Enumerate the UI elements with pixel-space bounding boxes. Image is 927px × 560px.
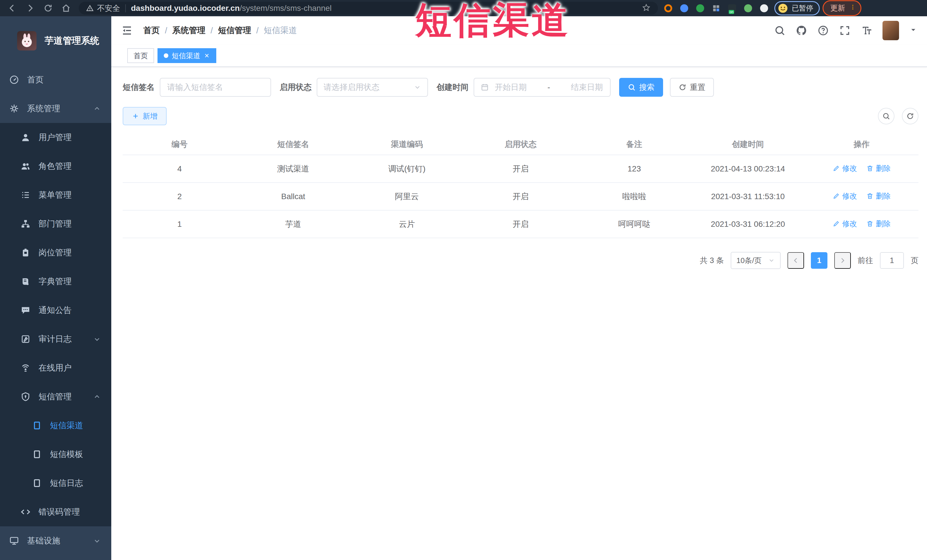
update-button[interactable]: 更新 — [822, 0, 862, 16]
post-badge-icon — [21, 247, 30, 258]
security-status[interactable]: 不安全 — [86, 3, 120, 14]
sidebar-item-5[interactable]: 部门管理 — [0, 209, 111, 238]
bookmark-star-icon[interactable] — [642, 3, 650, 13]
toggle-search-button[interactable] — [878, 108, 895, 124]
sidebar-item-16[interactable]: 基础设施 — [0, 526, 111, 555]
sidebar-item-3[interactable]: 角色管理 — [0, 152, 111, 181]
delete-link[interactable]: 删除 — [866, 164, 891, 173]
table-header-2: 渠道编码 — [350, 134, 464, 155]
refresh-icon — [906, 112, 914, 120]
search-icon — [882, 112, 890, 120]
delete-link[interactable]: 删除 — [866, 219, 891, 229]
online-users-icon — [21, 363, 30, 373]
reset-button[interactable]: 重置 — [670, 78, 714, 97]
extension-puzzle-icon[interactable] — [760, 4, 769, 13]
help-icon[interactable] — [818, 25, 829, 36]
table-header-5: 创建时间 — [691, 134, 805, 155]
table-row: 4测试渠道调试(钉钉)开启1232021-04-13 00:23:14修改删除 — [123, 155, 918, 182]
breadcrumb-item[interactable]: 短信管理 — [218, 25, 251, 36]
delete-link[interactable]: 删除 — [866, 191, 891, 201]
sidebar-item-2[interactable]: 用户管理 — [0, 123, 111, 152]
page-size-select[interactable]: 10条/页 — [731, 252, 781, 269]
sidebar-item-1[interactable]: 系统管理 — [0, 94, 111, 123]
hamburger-icon[interactable] — [121, 24, 133, 36]
home-icon[interactable] — [61, 3, 71, 13]
url-path: /system/sms/sms-channel — [240, 4, 331, 12]
extension-grid-icon[interactable] — [711, 4, 721, 13]
search-button[interactable]: 搜索 — [619, 78, 663, 97]
tab-sms-channel[interactable]: 短信渠道 — [158, 48, 216, 63]
extension-on-badge-icon[interactable]: on — [728, 4, 737, 13]
edit-link[interactable]: 修改 — [833, 191, 857, 201]
breadcrumb-separator: / — [211, 26, 213, 35]
table-cell: 1 — [123, 210, 236, 238]
sidebar-item-9[interactable]: 审计日志 — [0, 325, 111, 354]
paused-extension-badge[interactable]: 已暂停 — [774, 1, 820, 15]
edit-icon — [833, 192, 840, 200]
delete-icon — [866, 220, 874, 228]
user-avatar[interactable] — [883, 21, 899, 40]
logo-row[interactable]: 芋道管理系统 — [0, 16, 111, 65]
sidebar-item-4[interactable]: 菜单管理 — [0, 181, 111, 209]
address-bar[interactable]: 不安全 dashboard.yudao.iocoder.cn/system/sm… — [79, 2, 658, 15]
breadcrumb-item[interactable]: 首页 — [143, 25, 160, 36]
extension-orange-ring-icon[interactable] — [664, 4, 673, 13]
pagination: 共 3 条 10条/页 1 前往 页 — [123, 252, 918, 269]
table-cell: 开启 — [464, 210, 577, 238]
refresh-table-button[interactable] — [902, 108, 918, 124]
sidebar-item-14[interactable]: 短信日志 — [0, 469, 111, 498]
goto-page-input[interactable] — [880, 252, 904, 269]
extension-leaf-icon[interactable] — [743, 4, 753, 13]
table-cell: 2021-03-31 06:12:20 — [691, 210, 805, 238]
date-range-picker[interactable]: 开始日期 - 结束日期 — [474, 78, 611, 97]
font-size-icon[interactable] — [861, 25, 872, 36]
sidebar-item-7[interactable]: 字典管理 — [0, 267, 111, 296]
chevron-down-icon — [93, 537, 101, 545]
logo-image — [17, 31, 36, 50]
reload-icon[interactable] — [43, 3, 53, 13]
github-icon[interactable] — [796, 25, 807, 36]
sidebar-item-label: 短信渠道 — [50, 420, 83, 431]
edit-link[interactable]: 修改 — [833, 164, 857, 173]
sidebar-item-12[interactable]: 短信渠道 — [0, 411, 111, 440]
table-cell: 呵呵呵哒 — [577, 210, 691, 238]
sidebar-item-0[interactable]: 首页 — [0, 65, 111, 94]
extension-location-icon[interactable] — [679, 4, 689, 13]
table-cell: 芋道 — [236, 210, 350, 238]
sidebar-item-15[interactable]: 错误码管理 — [0, 498, 111, 526]
search-icon[interactable] — [774, 25, 786, 36]
close-tab-icon[interactable] — [204, 53, 210, 59]
doc-icon — [32, 478, 42, 488]
menu-list-icon — [21, 190, 30, 200]
table-cell: 啦啦啦 — [577, 182, 691, 210]
chevron-down-icon — [414, 83, 421, 91]
sidebar-item-10[interactable]: 在线用户 — [0, 354, 111, 382]
sidebar-item-11[interactable]: 短信管理 — [0, 382, 111, 411]
extension-green-check-icon[interactable] — [696, 4, 705, 13]
doc-icon — [32, 420, 42, 431]
edit-link[interactable]: 修改 — [833, 219, 857, 229]
add-button-label: 新增 — [143, 111, 158, 121]
add-button[interactable]: 新增 — [123, 107, 167, 125]
next-page-button[interactable] — [834, 252, 851, 269]
prev-page-button[interactable] — [787, 252, 804, 269]
page-number-1[interactable]: 1 — [811, 252, 827, 269]
breadcrumb-item[interactable]: 系统管理 — [172, 25, 205, 36]
chevron-down-icon — [93, 335, 101, 343]
sidebar-item-label: 通知公告 — [38, 305, 71, 316]
paused-label: 已暂停 — [792, 3, 813, 13]
table-cell: 阿里云 — [350, 182, 464, 210]
browser-menu-icon[interactable] — [849, 3, 856, 14]
sidebar-item-13[interactable]: 短信模板 — [0, 440, 111, 469]
tab-home[interactable]: 首页 — [127, 48, 154, 63]
table-cell: 2021-04-13 00:23:14 — [691, 155, 805, 182]
fullscreen-icon[interactable] — [839, 25, 851, 36]
sidebar-item-6[interactable]: 岗位管理 — [0, 238, 111, 267]
status-select[interactable]: 请选择启用状态 — [317, 78, 428, 97]
back-icon[interactable] — [8, 3, 17, 13]
caret-down-icon[interactable] — [909, 26, 917, 35]
forward-icon[interactable] — [25, 3, 35, 13]
sidebar-item-8[interactable]: 通知公告 — [0, 296, 111, 325]
sign-input[interactable] — [160, 78, 271, 97]
sms-channel-table: 编号短信签名渠道编码启用状态备注创建时间操作 4测试渠道调试(钉钉)开启1232… — [123, 134, 918, 238]
